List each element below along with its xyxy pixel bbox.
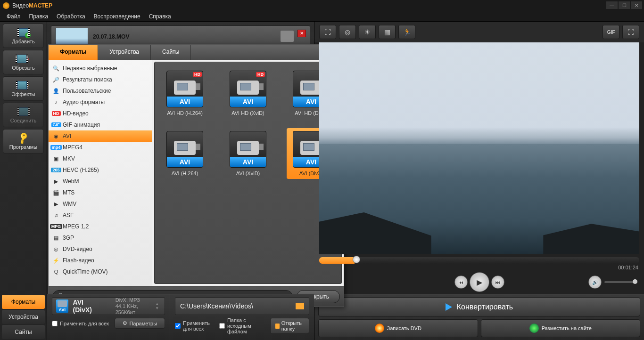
category-item[interactable]: 🔍Недавно выбранные <box>49 63 152 74</box>
format-item[interactable]: AVIAVI (XviD) <box>223 128 272 179</box>
menu-file[interactable]: Файл <box>3 12 25 21</box>
source-folder-check[interactable]: Папка с исходным файлом <box>219 317 251 334</box>
profile-rate: 44,1 KHz, 256Кбит <box>116 303 149 316</box>
join-button[interactable]: Соединить <box>3 103 44 127</box>
timeline-handle[interactable] <box>353 256 360 263</box>
category-label: Пользовательские <box>63 88 111 94</box>
add-button[interactable]: + Добавить <box>3 24 44 48</box>
category-icon: 265 <box>52 167 60 173</box>
category-item[interactable]: 🎬MTS <box>49 187 152 198</box>
next-button[interactable]: ⏭ <box>491 275 504 289</box>
category-icon: 🎬 <box>52 189 60 196</box>
app-name-2: МАСТЕР <box>29 2 52 9</box>
format-bar: AVI <box>230 97 266 107</box>
burn-dvd-button[interactable]: Записать DVD <box>318 319 478 337</box>
sidebar: + Добавить ✂ Обрезать ✦ Эффекты Соединит… <box>0 22 47 340</box>
camera-icon <box>281 31 294 42</box>
prev-button[interactable]: ⏮ <box>454 275 468 289</box>
minimize-button[interactable]: — <box>606 1 618 9</box>
menu-help[interactable]: Справка <box>145 12 175 21</box>
category-label: WebM <box>63 178 79 185</box>
category-item[interactable]: MPGMPEG 1,2 <box>49 221 152 232</box>
side-tab-devices[interactable]: Устройства <box>2 310 45 324</box>
remove-file-button[interactable]: ✕ <box>297 30 306 37</box>
format-item[interactable]: HDAVIAVI HD (XviD) <box>223 68 272 119</box>
video-preview[interactable] <box>319 42 639 254</box>
category-label: Результаты поиска <box>63 76 112 83</box>
params-button[interactable]: ⚙Параметры <box>115 318 165 329</box>
cut-button[interactable]: ✂ Обрезать <box>3 50 44 74</box>
popup-tab-devices[interactable]: Устройства <box>98 45 151 60</box>
format-box: AVI <box>230 131 266 168</box>
convert-button[interactable]: Конвертировать <box>318 297 640 316</box>
category-label: DVD-видео <box>63 246 92 252</box>
volume-button[interactable]: 🔊 <box>588 275 602 289</box>
enhance-tool[interactable]: ◎ <box>339 25 356 39</box>
category-list[interactable]: 🔍Недавно выбранные🔎Результаты поиска👤Пол… <box>49 60 152 286</box>
category-item[interactable]: GIFGIF-анимация <box>49 119 152 130</box>
crop-tool[interactable]: ⛶ <box>319 25 336 39</box>
volume-handle[interactable] <box>633 279 637 284</box>
category-item[interactable]: ♬ASF <box>49 210 152 221</box>
output-path-row[interactable]: C:\Users\Ксения\Videos\ <box>175 297 309 315</box>
category-item[interactable]: ▦3GP <box>49 232 152 243</box>
category-item[interactable]: ◉AVI <box>49 130 152 142</box>
close-window-button[interactable]: ✕ <box>631 1 642 9</box>
disc-icon <box>375 324 384 333</box>
category-item[interactable]: ⚡Flash-видео <box>49 255 152 266</box>
category-icon: ◉ <box>52 133 60 139</box>
format-label: AVI (H.264) <box>172 170 198 176</box>
center-panel: 20.07.18.MOV ✕ Форматы Устройства Сайты … <box>47 22 314 340</box>
open-folder-button[interactable]: Открыть папку <box>270 318 309 334</box>
category-item[interactable]: ▣MKV <box>49 153 152 164</box>
category-item[interactable]: ♪Аудио форматы <box>49 97 152 108</box>
category-icon: HD <box>52 110 60 117</box>
cut-label: Обрезать <box>12 65 35 71</box>
popup-tab-sites[interactable]: Сайты <box>151 45 191 60</box>
category-item[interactable]: 🔎Результаты поиска <box>49 74 152 85</box>
category-item[interactable]: HDHD-видео <box>49 108 152 119</box>
format-item[interactable]: AVIAVI (H.264) <box>160 128 209 179</box>
menu-process[interactable]: Обработка <box>53 12 89 21</box>
brightness-tool[interactable]: ☀ <box>359 25 376 39</box>
format-bar: AVI <box>167 157 203 167</box>
effects-button[interactable]: ✦ Эффекты <box>3 76 44 101</box>
file-thumbnail <box>55 28 88 46</box>
volume-slider[interactable] <box>604 281 637 283</box>
filmstrip-tool[interactable]: ▦ <box>379 25 396 39</box>
gif-button[interactable]: GIF <box>603 25 619 39</box>
menu-edit[interactable]: Правка <box>25 12 52 21</box>
apply-all-profile[interactable]: Применить для всех <box>52 321 109 326</box>
category-item[interactable]: 265HEVC (H.265) <box>49 164 152 176</box>
category-item[interactable]: 👤Пользовательские <box>49 85 152 97</box>
camcorder-icon <box>237 81 259 95</box>
popup-tab-formats[interactable]: Форматы <box>49 45 98 60</box>
category-item[interactable]: ▶WMV <box>49 198 152 210</box>
menu-playback[interactable]: Воспроизведение <box>90 12 144 21</box>
play-button[interactable]: ▶ <box>470 272 489 292</box>
browse-folder-icon[interactable] <box>296 303 304 309</box>
format-grid: HDAVIAVI HD (H.264)HDAVIAVI HD (XviD)HDA… <box>154 62 342 284</box>
category-item[interactable]: QQuickTime (MOV) <box>49 266 152 277</box>
profile-selector[interactable]: AVI AVI (DivX) DivX, MP3 44,1 KHz, 256Кб… <box>52 297 165 315</box>
footer-bar: AVI AVI (DivX) DivX, MP3 44,1 KHz, 256Кб… <box>47 294 314 340</box>
category-label: Недавно выбранные <box>63 65 117 72</box>
side-tab-sites[interactable]: Сайты <box>2 325 45 339</box>
maximize-button[interactable]: ☐ <box>619 1 630 9</box>
speed-tool[interactable]: 🏃 <box>398 25 415 39</box>
film-join-icon <box>19 107 28 116</box>
format-label: AVI HD (XviD) <box>231 110 264 116</box>
apply-all-output[interactable]: Применить для всех <box>175 320 210 332</box>
timeline[interactable] <box>319 257 639 264</box>
publish-button[interactable]: Разместить на сайте <box>481 319 641 337</box>
category-icon: GIF <box>52 121 60 128</box>
category-item[interactable]: ▶WebM <box>49 176 152 187</box>
side-tab-formats[interactable]: Форматы <box>2 295 45 309</box>
profile-name: AVI (DivX) <box>73 299 97 314</box>
apps-button[interactable]: 🔑 Программы <box>3 129 44 154</box>
category-item[interactable]: mp4MPEG4 <box>49 142 152 153</box>
category-item[interactable]: ◎DVD-видео <box>49 243 152 255</box>
format-item[interactable]: HDAVIAVI HD (H.264) <box>160 68 209 119</box>
profile-arrows[interactable]: ▲▼ <box>153 302 161 310</box>
fullscreen-button[interactable]: ⛶ <box>622 25 639 39</box>
